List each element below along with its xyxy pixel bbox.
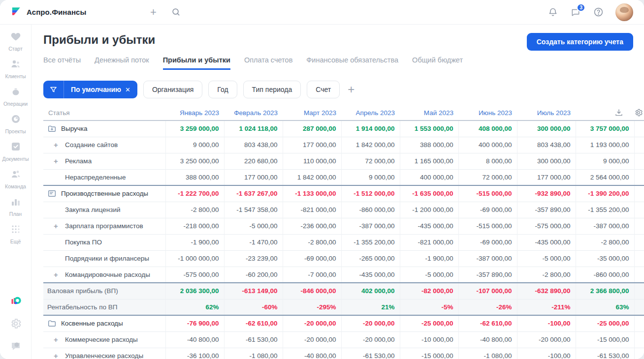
value-cell: 1 193 000,00 <box>576 137 634 153</box>
active-filter-pill[interactable]: По умолчанию ✕ <box>43 81 137 98</box>
value-cell: 388 000,00 <box>165 169 224 185</box>
expand-plus-icon[interactable]: + <box>54 141 58 149</box>
table-row-section: Производственные расходы-1 222 700,00-1 … <box>43 185 644 202</box>
sidebar-item-projects[interactable]: Проекты <box>1 113 31 134</box>
value-cell: -2 800,00 <box>165 202 224 218</box>
clipped-column-cell <box>634 234 644 250</box>
sidebar-item-clients[interactable]: Клиенты <box>1 58 31 79</box>
value-cell: 9 000,00 <box>165 137 224 153</box>
value-cell: -2 800,00 <box>517 267 576 283</box>
table-actions <box>576 105 644 120</box>
value-cell: -387 000,00 <box>576 218 634 234</box>
gear-icon[interactable] <box>634 108 643 117</box>
sidebar: СтартКлиентыОперацииПроектыДокументыКома… <box>0 25 32 359</box>
row-label: Зарплата программистов <box>65 222 143 230</box>
messages-icon[interactable]: 3 <box>570 7 581 18</box>
value-cell: 110 000,00 <box>283 153 341 169</box>
table-row-summary: Рентабельность по ВП62%-60%-295%21%-5%-2… <box>43 299 644 315</box>
expand-plus-icon[interactable]: + <box>54 352 58 359</box>
expand-plus-icon[interactable]: + <box>54 157 58 165</box>
row-label: Нераспределенные <box>65 174 126 181</box>
value-cell: -265 000,00 <box>341 250 400 267</box>
month-column-header[interactable]: Апрель 2023 <box>341 105 400 120</box>
tab-report[interactable]: Оплата счетов <box>244 56 292 70</box>
app-name: Аспро.Финансы <box>27 8 86 16</box>
app-window: Аспро.Финансы + 3 СтартКлиентыОперацииПр… <box>0 0 644 359</box>
filter-chip[interactable]: Тип периода <box>243 81 301 98</box>
tab-report[interactable]: Денежный поток <box>95 56 149 70</box>
filter-chip[interactable]: Организация <box>143 81 202 98</box>
folder-plus-icon[interactable] <box>47 124 57 133</box>
tab-report[interactable]: Все отчёты <box>43 56 81 70</box>
value-cell: -60 200,00 <box>224 267 283 283</box>
brand-badge-icon[interactable] <box>10 295 22 307</box>
tab-report[interactable]: Финансовые обязательства <box>306 56 398 70</box>
notifications-bell-icon[interactable] <box>547 7 558 18</box>
sidebar-item-label: План <box>9 211 22 217</box>
value-cell: -357 890,00 <box>458 267 517 283</box>
value-cell: 1 914 000,00 <box>341 120 400 137</box>
sidebar-nav: СтартКлиентыОперацииПроектыДокументыКома… <box>1 30 31 251</box>
tab-report[interactable]: Общий бюджет <box>412 56 463 70</box>
remove-filter-icon[interactable]: ✕ <box>125 86 137 93</box>
download-icon[interactable] <box>614 108 623 117</box>
expand-plus-icon[interactable]: + <box>54 336 58 343</box>
tab-active[interactable]: Прибыли и убытки <box>163 56 230 70</box>
report-tabs: Все отчётыДенежный потокПрибыли и убытки… <box>32 51 644 70</box>
value-cell: -100,00 <box>517 348 576 359</box>
value-cell: 2 036 300,00 <box>165 283 224 299</box>
clipped-column-cell <box>634 267 644 283</box>
table-row-child: Нераспределенные388 000,00177 000,001 84… <box>43 169 644 185</box>
expand-plus-icon[interactable]: + <box>54 222 58 230</box>
value-cell: 9 000,00 <box>341 169 400 185</box>
filter-chip[interactable]: Год <box>208 81 237 98</box>
value-cell: 72 000,00 <box>341 153 400 169</box>
value-cell: -1 390 200,00 <box>576 185 634 202</box>
folder-icon[interactable] <box>47 319 57 328</box>
sidebar-bottom <box>10 295 22 359</box>
start-icon <box>10 30 22 44</box>
avatar[interactable] <box>615 3 633 21</box>
sidebar-item-label: Команда <box>5 183 26 189</box>
value-cell: -1 133 000,00 <box>283 185 341 202</box>
value-cell: 300 000,00 <box>517 153 576 169</box>
sidebar-item-team[interactable]: Команда <box>1 168 31 189</box>
more-icon <box>10 223 22 237</box>
month-column-header[interactable]: Январь 2023 <box>165 105 224 120</box>
help-icon[interactable] <box>593 7 604 18</box>
value-cell: 3 757 000,00 <box>576 120 634 137</box>
support-chat-icon[interactable] <box>10 340 22 352</box>
expand-plus-icon[interactable]: + <box>54 271 58 278</box>
row-label: Производственные расходы <box>61 190 148 197</box>
search-icon[interactable] <box>170 7 181 18</box>
clipped-column-cell <box>634 185 644 202</box>
value-cell: -211% <box>517 299 576 315</box>
sidebar-item-plan[interactable]: План <box>1 196 31 217</box>
month-column-header[interactable]: Февраль 2023 <box>224 105 283 120</box>
clipped-column-cell <box>634 315 644 331</box>
folder-lines-icon[interactable] <box>47 189 57 198</box>
value-cell: -1 355 200,00 <box>576 202 634 218</box>
filter-chip[interactable]: Счет <box>307 81 340 98</box>
value-cell: -20 000,00 <box>517 331 576 348</box>
create-category-button[interactable]: Создать категорию учета <box>527 33 633 51</box>
value-cell: -821 000,00 <box>400 234 458 250</box>
month-column-header[interactable]: Март 2023 <box>283 105 341 120</box>
month-column-header[interactable]: Июнь 2023 <box>458 105 517 120</box>
value-cell: 2 366 800,00 <box>576 283 634 299</box>
value-cell: -35 000,00 <box>576 250 634 267</box>
row-label: Коммерческие расходы <box>65 336 138 343</box>
sidebar-item-more[interactable]: Ещё <box>1 223 31 244</box>
add-icon[interactable]: + <box>148 7 159 18</box>
sidebar-item-start[interactable]: Старт <box>1 30 31 52</box>
sidebar-item-operations[interactable]: Операции <box>1 86 31 107</box>
month-column-header[interactable]: Июль 2023 <box>517 105 576 120</box>
value-cell: 72 000,00 <box>458 169 517 185</box>
sidebar-item-documents[interactable]: Документы <box>1 141 31 162</box>
value-cell: 63% <box>576 299 634 315</box>
page-title: Прибыли и убытки <box>43 33 155 47</box>
row-label: Командировочные расходы <box>65 271 150 278</box>
month-column-header[interactable]: Май 2023 <box>400 105 458 120</box>
settings-gear-icon[interactable] <box>10 318 22 329</box>
add-filter-icon[interactable]: + <box>348 84 354 95</box>
